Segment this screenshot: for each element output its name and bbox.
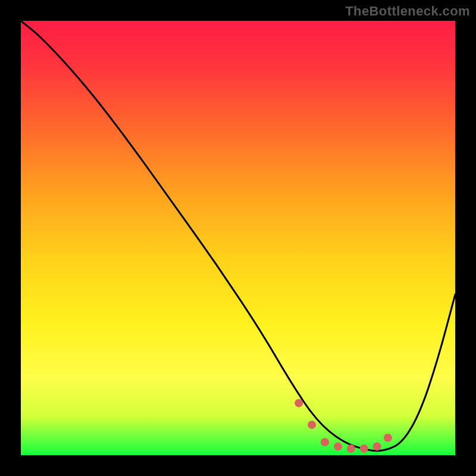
curve-svg	[21, 21, 455, 455]
highlight-dot	[384, 434, 392, 442]
gradient-plot-area	[21, 21, 455, 455]
highlight-dot	[347, 444, 355, 453]
highlight-dot	[308, 421, 316, 429]
chart-frame: TheBottleneck.com	[0, 0, 476, 476]
highlight-dot	[295, 399, 303, 407]
highlight-marker-group	[295, 399, 392, 453]
highlight-dot	[373, 442, 381, 450]
highlight-dot	[334, 442, 342, 450]
watermark-text: TheBottleneck.com	[345, 4, 470, 19]
highlight-dot	[360, 444, 368, 453]
highlight-dot	[321, 438, 329, 446]
bottleneck-curve	[21, 21, 455, 451]
